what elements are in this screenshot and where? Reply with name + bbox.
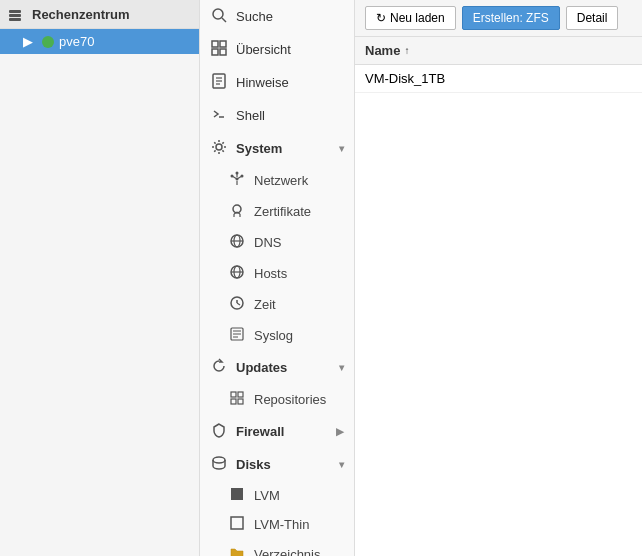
menu-panel: Suche Übersicht Hinweise Shell System ▾ … bbox=[200, 0, 355, 556]
menu-sub-item-verzeichnis-label: Verzeichnis bbox=[254, 547, 320, 556]
svg-rect-44 bbox=[238, 399, 243, 404]
menu-sub-item-lvm[interactable]: LVM bbox=[200, 481, 354, 510]
menu-item-uebersicht-label: Übersicht bbox=[236, 42, 291, 57]
updates-icon bbox=[210, 358, 228, 377]
svg-rect-2 bbox=[9, 18, 21, 21]
certificate-icon bbox=[228, 202, 246, 221]
menu-sub-item-hosts-label: Hosts bbox=[254, 266, 287, 281]
svg-point-20 bbox=[231, 175, 234, 178]
menu-group-firewall-label: Firewall bbox=[236, 424, 284, 439]
menu-sub-item-zeit[interactable]: Zeit bbox=[200, 289, 354, 320]
menu-sub-item-lvm-thin-label: LVM-Thin bbox=[254, 517, 309, 532]
menu-item-uebersicht[interactable]: Übersicht bbox=[200, 33, 354, 66]
reload-button[interactable]: ↻ Neu laden bbox=[365, 6, 456, 30]
svg-rect-43 bbox=[231, 399, 236, 404]
system-icon bbox=[210, 139, 228, 158]
menu-item-hinweise[interactable]: Hinweise bbox=[200, 66, 354, 99]
menu-sub-item-lvm-thin[interactable]: LVM-Thin bbox=[200, 510, 354, 539]
svg-rect-47 bbox=[231, 517, 243, 529]
svg-point-3 bbox=[213, 9, 223, 19]
create-button[interactable]: Erstellen: ZFS bbox=[462, 6, 560, 30]
detail-button[interactable]: Detail bbox=[566, 6, 619, 30]
menu-sub-item-dns-label: DNS bbox=[254, 235, 281, 250]
svg-point-19 bbox=[236, 172, 239, 175]
menu-group-system-label: System bbox=[236, 141, 282, 156]
menu-sub-item-zertifikate[interactable]: Zertifikate bbox=[200, 196, 354, 227]
server-status-icon bbox=[42, 36, 54, 48]
directory-icon bbox=[228, 545, 246, 556]
updates-expand-icon: ▾ bbox=[339, 362, 344, 373]
menu-group-disks-label: Disks bbox=[236, 457, 271, 472]
network-icon bbox=[228, 171, 246, 190]
datacenter-icon bbox=[8, 6, 26, 22]
menu-item-shell-label: Shell bbox=[236, 108, 265, 123]
svg-rect-7 bbox=[212, 49, 218, 55]
svg-rect-0 bbox=[9, 10, 21, 13]
firewall-icon bbox=[210, 422, 228, 441]
menu-sub-item-zeit-label: Zeit bbox=[254, 297, 276, 312]
system-expand-icon: ▾ bbox=[339, 143, 344, 154]
svg-rect-46 bbox=[231, 488, 243, 500]
sidebar-item-label: pve70 bbox=[59, 34, 94, 49]
menu-item-shell[interactable]: Shell bbox=[200, 99, 354, 132]
svg-point-23 bbox=[233, 205, 241, 213]
menu-group-disks[interactable]: Disks ▾ bbox=[200, 448, 354, 481]
content-table: Name ↑ VM-Disk_1TB bbox=[355, 37, 642, 556]
table-header[interactable]: Name ↑ bbox=[355, 37, 642, 65]
syslog-icon bbox=[228, 326, 246, 345]
menu-sub-item-syslog[interactable]: Syslog bbox=[200, 320, 354, 351]
sidebar-root-label: Rechenzentrum bbox=[32, 7, 130, 22]
content-toolbar: ↻ Neu laden Erstellen: ZFS Detail bbox=[355, 0, 642, 37]
menu-sub-item-lvm-label: LVM bbox=[254, 488, 280, 503]
overview-icon bbox=[210, 40, 228, 59]
menu-group-firewall[interactable]: Firewall ▶ bbox=[200, 415, 354, 448]
menu-sub-item-repositories[interactable]: Repositories bbox=[200, 384, 354, 415]
table-row[interactable]: VM-Disk_1TB bbox=[355, 65, 642, 93]
shell-icon bbox=[210, 106, 228, 125]
svg-rect-8 bbox=[220, 49, 226, 55]
svg-point-21 bbox=[241, 175, 244, 178]
lvm-icon bbox=[228, 487, 246, 504]
sidebar-root[interactable]: Rechenzentrum bbox=[0, 0, 199, 29]
svg-rect-1 bbox=[9, 14, 21, 17]
menu-sub-item-netzwerk-label: Netzwerk bbox=[254, 173, 308, 188]
refresh-icon: ↻ bbox=[376, 11, 386, 25]
svg-point-45 bbox=[213, 457, 225, 463]
expand-icon: ▶ bbox=[20, 34, 36, 49]
row-name: VM-Disk_1TB bbox=[365, 71, 445, 86]
svg-point-22 bbox=[236, 178, 239, 181]
time-icon bbox=[228, 295, 246, 314]
sidebar: Rechenzentrum ▶ pve70 bbox=[0, 0, 200, 556]
notes-icon bbox=[210, 73, 228, 92]
menu-sub-item-netzwerk[interactable]: Netzwerk bbox=[200, 165, 354, 196]
svg-rect-41 bbox=[231, 392, 236, 397]
column-name-label: Name bbox=[365, 43, 400, 58]
firewall-expand-icon: ▶ bbox=[336, 426, 344, 437]
menu-item-hinweise-label: Hinweise bbox=[236, 75, 289, 90]
svg-point-14 bbox=[216, 144, 222, 150]
create-label: Erstellen: ZFS bbox=[473, 11, 549, 25]
lvm-thin-icon bbox=[228, 516, 246, 533]
sidebar-item-pve70[interactable]: ▶ pve70 bbox=[0, 29, 199, 54]
menu-group-system[interactable]: System ▾ bbox=[200, 132, 354, 165]
menu-item-suche[interactable]: Suche bbox=[200, 0, 354, 33]
menu-group-updates-label: Updates bbox=[236, 360, 287, 375]
menu-sub-item-zertifikate-label: Zertifikate bbox=[254, 204, 311, 219]
menu-sub-item-repositories-label: Repositories bbox=[254, 392, 326, 407]
menu-sub-item-hosts[interactable]: Hosts bbox=[200, 258, 354, 289]
menu-sub-item-dns[interactable]: DNS bbox=[200, 227, 354, 258]
dns-icon bbox=[228, 233, 246, 252]
svg-line-4 bbox=[222, 18, 226, 22]
sort-asc-icon: ↑ bbox=[404, 45, 409, 56]
svg-rect-42 bbox=[238, 392, 243, 397]
svg-line-36 bbox=[237, 303, 240, 305]
svg-rect-5 bbox=[212, 41, 218, 47]
menu-sub-item-verzeichnis[interactable]: Verzeichnis bbox=[200, 539, 354, 556]
svg-rect-6 bbox=[220, 41, 226, 47]
menu-group-updates[interactable]: Updates ▾ bbox=[200, 351, 354, 384]
search-icon bbox=[210, 7, 228, 26]
content-area: ↻ Neu laden Erstellen: ZFS Detail Name ↑… bbox=[355, 0, 642, 556]
disks-expand-icon: ▾ bbox=[339, 459, 344, 470]
menu-sub-item-syslog-label: Syslog bbox=[254, 328, 293, 343]
hosts-icon bbox=[228, 264, 246, 283]
